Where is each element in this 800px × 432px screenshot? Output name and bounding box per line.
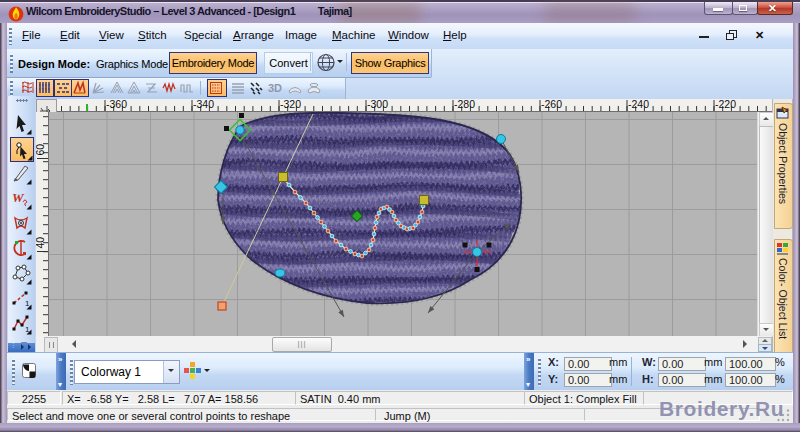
svg-text:3D: 3D (268, 82, 282, 94)
svg-text:-300: -300 (367, 99, 388, 110)
svg-text:1: 1 (25, 299, 30, 308)
svg-text:-340: -340 (193, 99, 214, 110)
svg-text:-220: -220 (715, 99, 736, 110)
svg-text:-260: -260 (541, 99, 562, 110)
svg-text:-360: -360 (106, 99, 127, 110)
svg-text:-240: -240 (628, 99, 649, 110)
svg-text:60: 60 (36, 144, 46, 156)
svg-text:-320: -320 (280, 99, 301, 110)
svg-text:40: 40 (36, 237, 46, 249)
svg-text:W: W (12, 190, 25, 205)
svg-text:-280: -280 (454, 99, 475, 110)
